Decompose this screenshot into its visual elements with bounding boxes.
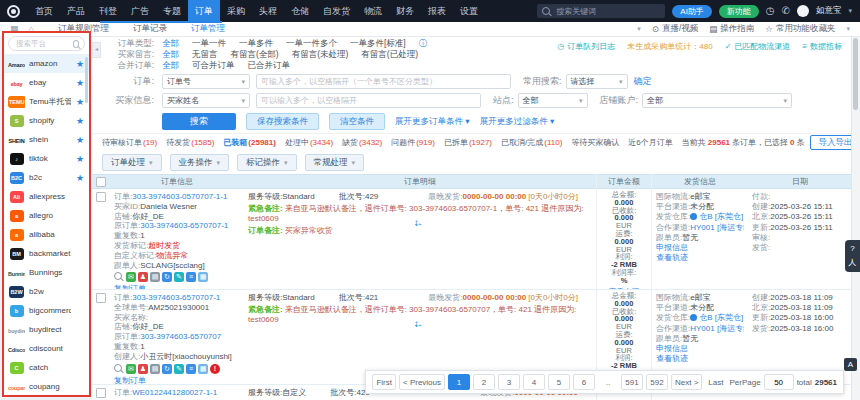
view-order-icon[interactable]	[114, 364, 122, 374]
nav-item-物流[interactable]: 物流	[357, 0, 389, 22]
order-number-link[interactable]: 303-3974603-6570707-1	[132, 293, 220, 302]
sidebar-item-coupang[interactable]: coupangcoupang	[4, 377, 89, 396]
sidebar-item-amazon[interactable]: Amazonamazon★	[4, 54, 89, 73]
sidebar-item-ebay[interactable]: ebayebay★	[4, 73, 89, 92]
assistant-widget[interactable]: A	[844, 358, 857, 371]
filter-option-可合并订单[interactable]: 可合并订单	[192, 60, 235, 71]
pagination-next[interactable]: Next >	[671, 374, 702, 390]
pagination-page-592[interactable]: 592	[646, 374, 668, 390]
save-search-button[interactable]: 保存搜索条件	[246, 113, 319, 130]
search-button[interactable]: 搜索	[162, 113, 236, 130]
sidebar-item-b2c[interactable]: B2Cb2c★	[4, 168, 89, 187]
sub-tab-订单记录[interactable]: 订单记录	[121, 23, 179, 35]
username[interactable]: 如意宝	[816, 5, 842, 17]
filter-option-有留言(全部)[interactable]: 有留言(全部)	[231, 49, 279, 60]
order-checkbox[interactable]	[96, 293, 106, 303]
buyer-field-select[interactable]: 买家姓名 ▾	[162, 93, 250, 108]
filter-option-全部[interactable]: 全部	[162, 49, 179, 60]
shipping-link-申报信息[interactable]: 申报信息	[656, 243, 744, 253]
pagination-page-4[interactable]: 4	[523, 374, 545, 390]
sidebar-item-Temu半托管[interactable]: TEMUTemu半托管★	[4, 92, 89, 111]
sidebar-item-buydirect[interactable]: buydirectbuydirect	[4, 320, 89, 339]
sidebar-item-catch[interactable]: Ccatch	[4, 358, 89, 377]
platform-search[interactable]	[8, 36, 85, 51]
status-tab-近6个月订单[interactable]: 近6个月订单	[628, 137, 672, 148]
pagination-page-2[interactable]: 2	[473, 374, 495, 390]
ai-assistant-button[interactable]: AI助手	[672, 5, 712, 18]
chat-icon[interactable]: ✉	[126, 364, 136, 374]
status-tab-待审核订单[interactable]: 待审核订单(19)	[102, 137, 157, 148]
sidebar-item-tiktok[interactable]: ♪tiktok★	[4, 149, 89, 168]
filter-option-全部[interactable]: 全部	[162, 60, 179, 71]
clear-filters-button[interactable]: 清空条件	[329, 113, 385, 130]
chat-icon[interactable]: ✉	[126, 272, 136, 282]
favorite-star-icon[interactable]: ★	[75, 154, 85, 164]
filter-option-无留言[interactable]: 无留言	[192, 49, 218, 60]
import-export-button[interactable]: 导入导出 ▾	[810, 135, 852, 150]
pagination-last[interactable]: Last	[705, 375, 726, 389]
nav-item-头程[interactable]: 头程	[252, 0, 284, 22]
status-tab-缺货[interactable]: 缺货(3432)	[342, 137, 382, 148]
view-amount-link[interactable]: 查看金额	[598, 287, 650, 289]
chevron-down-icon[interactable]: ▾	[848, 7, 852, 15]
print-icon[interactable]: ▤	[150, 272, 160, 282]
move-handle-icon[interactable]: ↔↕	[413, 217, 423, 228]
sub-tab-订单管理[interactable]: 订单管理	[179, 23, 237, 35]
filter-option-一单一件[interactable]: 一单一件	[192, 38, 226, 49]
favorite-star-icon[interactable]: ★	[75, 78, 85, 88]
sub-link-操作指南[interactable]: ▤操作指南	[709, 23, 754, 35]
action-button-业务操作[interactable]: 业务操作▾	[170, 154, 230, 171]
status-tab-待发货[interactable]: 待发货(1585)	[166, 137, 214, 148]
shipping-link-查看轨迹[interactable]: 查看轨迹	[656, 354, 744, 364]
filter-option-有留言(未处理)[interactable]: 有留言(未处理)	[292, 49, 349, 60]
page-scrollbar-thumb[interactable]	[853, 38, 858, 110]
nav-item-刊登[interactable]: 刊登	[92, 0, 124, 22]
shipping-link-申报信息[interactable]: 申报信息	[656, 344, 744, 354]
clock-icon[interactable]: ◷	[766, 6, 775, 16]
edit-icon[interactable]: ✎	[174, 272, 184, 282]
view-order-icon[interactable]	[114, 272, 122, 282]
copy-order-link[interactable]: 复制订单	[114, 284, 240, 289]
support-widget[interactable]: ?人	[845, 240, 860, 272]
sidebar-item-shein[interactable]: SHEINshein★	[4, 130, 89, 149]
detail-icon[interactable]: ≡	[186, 364, 196, 374]
nav-item-财务[interactable]: 财务	[389, 0, 421, 22]
action-button-常规处理[interactable]: 常规处理▾	[305, 154, 365, 171]
pagination-page-591[interactable]: 591	[621, 374, 643, 390]
pagination-page-3[interactable]: 3	[498, 374, 520, 390]
status-tab-等待买家确认[interactable]: 等待买家确认	[571, 137, 619, 148]
chevron-down-icon[interactable]: ▾	[846, 25, 850, 33]
buyer-icon[interactable]: ♟	[138, 364, 148, 374]
more-order-conditions-link[interactable]: 展开更多订单条件 ▾	[395, 116, 470, 128]
nav-item-自发货[interactable]: 自发货	[316, 0, 357, 22]
sync-icon[interactable]: ↻	[162, 364, 172, 374]
order-number-link[interactable]: 303-3974603-6570707	[140, 332, 221, 341]
status-tab-处理中[interactable]: 处理中(3434)	[285, 137, 333, 148]
buyer-input[interactable]	[256, 93, 481, 108]
more-filter-conditions-link[interactable]: 展开更多过滤条件 ▾	[480, 116, 555, 128]
print-icon[interactable]: ▤	[150, 364, 160, 374]
nav-item-订单[interactable]: 订单	[188, 0, 220, 22]
filter-option-全部[interactable]: 全部	[162, 38, 179, 49]
nav-item-采购[interactable]: 采购	[220, 0, 252, 22]
nav-item-专题[interactable]: 专题	[156, 0, 188, 22]
alert-icon[interactable]: !	[210, 364, 220, 374]
order-number-link[interactable]: WE0122441280027-1-1	[132, 388, 217, 397]
support-icon[interactable]: 人	[849, 257, 857, 268]
shop-account-select[interactable]: 全部 ▾	[642, 93, 792, 108]
sidebar-item-b2w[interactable]: B2Wb2w	[4, 282, 89, 301]
note-icon[interactable]: ▦	[198, 364, 208, 374]
copy-order-link[interactable]: 复制订单	[114, 376, 240, 384]
order-number-link[interactable]: 303-3974603-6570707-1	[140, 221, 228, 230]
action-button-订单处理[interactable]: 订单处理▾	[102, 154, 162, 171]
sidebar-item-alibaba[interactable]: aalibaba	[4, 225, 89, 244]
user-avatar[interactable]	[797, 5, 809, 17]
sidebar-item-aliexpress[interactable]: Alialiexpress	[4, 187, 89, 206]
filter-option-一单多件[interactable]: 一单多件	[239, 38, 273, 49]
note-icon[interactable]: ▦	[198, 272, 208, 282]
per-page-input[interactable]	[764, 374, 794, 390]
status-tab-已装箱[interactable]: 已装箱(25981)	[223, 137, 276, 148]
nav-item-仓储[interactable]: 仓储	[284, 0, 316, 22]
favorite-star-icon[interactable]: ★	[75, 173, 85, 183]
favorite-star-icon[interactable]: ★	[75, 116, 85, 126]
